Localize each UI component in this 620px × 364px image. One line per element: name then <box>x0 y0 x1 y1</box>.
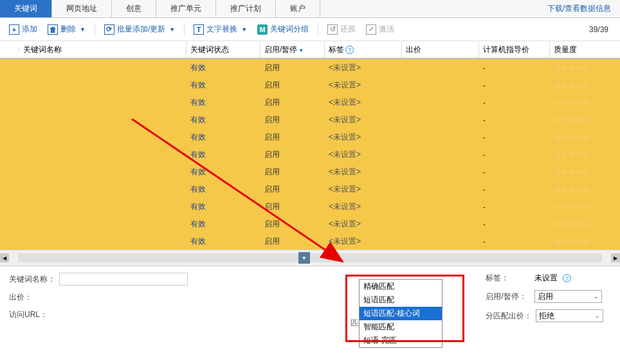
col-quality[interactable]: 质量度 <box>550 42 620 58</box>
table-row[interactable]: 有效启用<未设置>-☆☆☆☆☆ <box>0 163 620 181</box>
quality-stars: ☆☆☆☆☆ <box>554 185 589 194</box>
table-row[interactable]: 有效启用<未设置>-☆☆☆☆☆ <box>0 198 620 215</box>
batch-button[interactable]: ⟳ 批量添加/更新 ▼ <box>100 22 179 37</box>
table-row[interactable]: 有效启用<未设置>-☆☆☆☆☆ <box>0 181 620 198</box>
group-icon: M <box>257 24 268 35</box>
row-status: 有效 <box>190 237 206 246</box>
row-tag: <未设置> <box>329 115 361 124</box>
detail-name-input[interactable] <box>59 273 188 286</box>
detail-name-label: 关键词名称： <box>9 274 55 285</box>
row-status: 有效 <box>190 219 206 228</box>
delete-button[interactable]: 🗑 删除 ▼ <box>44 22 89 37</box>
chevron-down-icon: ⌄ <box>594 293 599 300</box>
row-enable: 启用 <box>260 112 325 128</box>
match-mode-dropdown[interactable]: 精确匹配短语匹配短语匹配-核心词智能匹配短语-完匹 <box>359 279 442 348</box>
group-label: 关键词分组 <box>270 24 309 35</box>
restore-label: 还原 <box>340 24 356 35</box>
row-calc: - <box>479 96 550 110</box>
plus-icon: + <box>9 24 19 35</box>
restore-button[interactable]: ↺ 还原 <box>324 22 360 37</box>
row-calc: - <box>479 148 550 162</box>
quality-stars: ☆☆☆☆☆ <box>554 150 589 159</box>
row-calc: - <box>479 217 550 232</box>
tab-plan[interactable]: 推广计划 <box>216 0 276 17</box>
quality-stars: ☆☆☆☆☆ <box>554 202 589 212</box>
detail-bid-label: 出价： <box>9 292 54 303</box>
table-row[interactable]: 有效启用<未设置>-☆☆☆☆☆ <box>0 215 620 233</box>
col-enable[interactable]: 启用/暂停▼ <box>260 42 325 58</box>
row-tag: <未设置> <box>329 150 361 159</box>
main-tabs: 关键词 网页地址 创意 推广单元 推广计划 账户 下载/查看数据信息 <box>0 0 620 18</box>
detail-splitbid-select[interactable]: 拒绝 ⌄ <box>536 309 603 322</box>
table-row[interactable]: 有效启用<未设置>-☆☆☆☆☆ <box>0 94 620 111</box>
match-option[interactable]: 精确匹配 <box>360 280 442 293</box>
scroll-handle-icon[interactable]: ▼ <box>298 252 310 264</box>
row-enable: 启用 <box>260 77 325 93</box>
help-icon[interactable]: ? <box>345 46 354 54</box>
row-tag: <未设置> <box>329 237 361 246</box>
match-option[interactable]: 智能匹配 <box>360 320 442 334</box>
tab-unit[interactable]: 推广单元 <box>156 0 216 17</box>
toolbar: + 添加 🗑 删除 ▼ ⟳ 批量添加/更新 ▼ T 文字替换 ▼ M 关键词分组… <box>0 18 620 41</box>
row-enable: 启用 <box>260 60 325 76</box>
replace-button[interactable]: T 文字替换 ▼ <box>190 22 251 37</box>
tab-url[interactable]: 网页地址 <box>52 0 112 17</box>
row-tag: <未设置> <box>329 219 361 228</box>
grid-header: 关键词名称 关键词状态 启用/暂停▼ 标签? 出价 计算机指导价 质量度 <box>0 41 620 59</box>
detail-url-label: 访问URL： <box>9 309 54 320</box>
row-enable: 启用 <box>260 164 325 180</box>
row-status: 有效 <box>190 202 206 211</box>
scroll-track[interactable]: ▼ <box>18 253 602 262</box>
activate-button[interactable]: ✓ 激活 <box>362 22 398 37</box>
tab-keyword[interactable]: 关键词 <box>0 0 52 17</box>
detail-enable-value: 启用 <box>538 291 553 302</box>
row-calc: - <box>479 78 550 93</box>
col-calc[interactable]: 计算机指导价 <box>479 42 550 58</box>
table-row[interactable]: 有效启用<未设置>-☆☆☆☆☆ <box>0 77 620 94</box>
col-tag[interactable]: 标签? <box>325 42 402 58</box>
group-button[interactable]: M 关键词分组 <box>253 22 313 37</box>
scroll-left-icon[interactable]: ◀ <box>0 253 9 262</box>
help-icon[interactable]: ? <box>563 274 571 282</box>
col-name[interactable]: 关键词名称 <box>19 42 187 58</box>
row-tag: <未设置> <box>329 80 361 89</box>
table-row[interactable]: 有效启用<未设置>-☆☆☆☆☆ <box>0 59 620 77</box>
chevron-down-icon: ▼ <box>169 26 175 33</box>
row-calc: - <box>479 131 550 145</box>
detail-enable-label: 启用/暂停： <box>486 291 531 302</box>
add-button[interactable]: + 添加 <box>5 22 41 37</box>
quality-stars: ☆☆☆☆☆ <box>554 237 589 246</box>
row-calc: - <box>479 200 550 214</box>
row-status: 有效 <box>190 80 206 89</box>
quality-stars: ☆☆☆☆☆ <box>554 132 589 142</box>
add-label: 添加 <box>22 24 37 35</box>
checkbox-column[interactable] <box>0 47 19 52</box>
col-status[interactable]: 关键词状态 <box>187 42 260 58</box>
table-row[interactable]: 有效启用<未设置>-☆☆☆☆☆ <box>0 111 620 129</box>
horizontal-scrollbar[interactable]: ◀ ▼ ▶ <box>0 250 620 266</box>
match-option[interactable]: 短语-完匹 <box>360 334 442 347</box>
table-row[interactable]: 有效启用<未设置>-☆☆☆☆☆ <box>0 146 620 163</box>
row-calc: - <box>479 183 550 197</box>
detail-splitbid-label: 分匹配出价： <box>486 311 532 322</box>
row-tag: <未设置> <box>329 98 361 107</box>
row-status: 有效 <box>190 132 206 141</box>
scroll-right-icon[interactable]: ▶ <box>611 253 620 262</box>
activate-label: 激活 <box>379 24 394 35</box>
detail-enable-select[interactable]: 启用 ⌄ <box>534 290 602 303</box>
replace-label: 文字替换 <box>206 24 237 35</box>
quality-stars: ☆☆☆☆☆ <box>554 80 589 90</box>
row-tag: <未设置> <box>329 63 361 72</box>
col-bid[interactable]: 出价 <box>402 42 479 58</box>
row-calc: - <box>479 235 550 249</box>
detail-splitbid-value: 拒绝 <box>539 311 554 322</box>
row-tag: <未设置> <box>329 167 361 176</box>
tab-account[interactable]: 账户 <box>276 0 320 17</box>
chevron-down-icon: ⌄ <box>595 313 600 319</box>
table-row[interactable]: 有效启用<未设置>-☆☆☆☆☆ <box>0 233 620 250</box>
table-row[interactable]: 有效启用<未设置>-☆☆☆☆☆ <box>0 129 620 146</box>
tab-creative[interactable]: 创意 <box>112 0 156 17</box>
match-option[interactable]: 短语匹配 <box>360 293 442 307</box>
download-info-link[interactable]: 下载/查看数据信息 <box>538 0 620 17</box>
match-option[interactable]: 短语匹配-核心词 <box>360 307 442 320</box>
